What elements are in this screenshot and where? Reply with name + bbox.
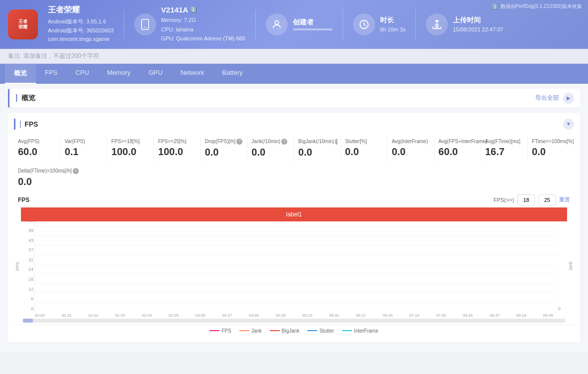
fps-y-axis-label: FPS <box>15 262 20 271</box>
app-info: 王者荣耀 Android版本号: 3.65.1.6 Android版本号: 36… <box>48 5 114 44</box>
jank-help-icon[interactable]: ? <box>281 139 287 145</box>
chart-body: FPS label1 61 55 49 43 <box>14 207 574 325</box>
chart-red-bar: label1 <box>21 207 567 221</box>
fps-y-axis-container: FPS <box>14 207 21 325</box>
delta-value: 0.0 <box>18 176 570 187</box>
duration-icon <box>353 13 375 35</box>
svg-point-4 <box>435 24 438 27</box>
legend-interframe: InterFrame <box>342 328 379 334</box>
stat-stutter: Stutter[%] 0.0 <box>341 136 388 161</box>
export-button[interactable]: 导出全部 <box>535 94 559 102</box>
stat-var-fps: Var(FPS) 0.1 <box>61 136 108 161</box>
creator-content: 创建者 <box>293 18 333 30</box>
stat-avg-ftime: Avg(FTime)[ms] 16.7 <box>481 136 528 161</box>
creator-bar <box>293 28 333 30</box>
creator-label: 创建者 <box>293 18 333 27</box>
legend-fps-line <box>209 330 219 331</box>
perfdog-version-notice: 数据由PerfDog(5.1.210300)版本收集 <box>501 3 582 10</box>
legend-bigjank-line <box>270 330 280 331</box>
stat-avg-fps: Avg(FPS) 60.0 <box>14 136 61 161</box>
tab-fps[interactable]: FPS <box>36 64 66 84</box>
stat-jank: Jank(/10min) ? 0.0 <box>247 136 294 161</box>
bigjank-help-icon[interactable]: ? <box>335 139 337 145</box>
tab-gpu[interactable]: GPU <box>140 64 172 84</box>
duration-stat: 时长 0h 10m 3s <box>353 13 405 35</box>
divider3 <box>343 9 343 39</box>
chart-controls: FPS(>=) 重置 <box>493 194 570 205</box>
collapse-overview-button[interactable]: ▶ <box>563 93 574 104</box>
legend-stutter: Stutter <box>307 328 334 334</box>
upload-icon <box>426 13 448 35</box>
svg-point-2 <box>275 21 278 24</box>
upload-content: 上传时间 15/08/2021 22:47:07 <box>453 16 503 32</box>
chart-main: label1 61 55 49 43 37 31 24 <box>21 207 567 325</box>
overview-title: | 概览 <box>15 93 35 103</box>
chart-scrollbar[interactable] <box>23 319 565 323</box>
fps-threshold-18-input[interactable] <box>517 194 535 205</box>
chart-container: FPS FPS(>=) 重置 FPS label1 <box>14 192 574 337</box>
duration-label: 时长 <box>380 16 405 25</box>
legend-stutter-line <box>307 330 317 331</box>
info-icon: ℹ️ <box>492 3 499 10</box>
header: ℹ️ 数据由PerfDog(5.1.210300)版本收集 王者荣耀 王者荣耀 … <box>0 0 588 49</box>
chart-scroll-thumb[interactable] <box>23 319 33 323</box>
creator-stat: 创建者 <box>266 13 333 35</box>
chart-legend: FPS Jank BigJank Stutter InterFrame <box>14 325 574 337</box>
legend-interframe-line <box>342 330 352 331</box>
collapse-fps-button[interactable]: ▼ <box>563 119 574 130</box>
drop-fps-help-icon[interactable]: ? <box>236 139 242 145</box>
upload-label: 上传时间 <box>453 16 503 25</box>
creator-icon <box>266 13 288 35</box>
app-logo: 王者荣耀 <box>8 9 38 39</box>
annotation-placeholder: 备注: 添加备注，不超过200个字符 <box>8 52 99 59</box>
tab-overview[interactable]: 概览 <box>5 64 36 84</box>
main-content: | 概览 导出全部 ▶ | FPS ▼ Avg(FPS) 60.0 Var(FP… <box>0 84 588 353</box>
stat-avg-interframe: Avg(InterFrame) 0.0 <box>388 136 434 161</box>
divider4 <box>415 9 416 39</box>
y-axis-labels: 61 55 49 43 37 31 24 18 12 6 0 <box>21 207 35 312</box>
tab-memory[interactable]: Memory <box>98 64 140 84</box>
stat-ftime-100: FTime>=100ms[%] 0.0 <box>528 136 574 161</box>
fps-threshold-25-input[interactable] <box>538 194 556 205</box>
legend-jank: Jank <box>239 328 262 334</box>
delta-help-icon[interactable]: ? <box>73 168 79 174</box>
chart-header: FPS FPS(>=) 重置 <box>14 192 574 207</box>
chart-fps-label: FPS <box>18 196 29 203</box>
app-version: Android版本号: 3.65.1.6 Android版本号: 3650106… <box>48 17 114 44</box>
device-section: V2141A ℹ️ Memory: 7.2G CPU: lahaina GPU:… <box>134 5 245 43</box>
jank-axis-labels: 1 0 <box>557 207 567 312</box>
delta-label: Delta(FTime)>100ms[/h] ? <box>18 168 570 174</box>
duration-value: 0h 10m 3s <box>380 26 405 32</box>
duration-content: 时长 0h 10m 3s <box>380 16 405 32</box>
tab-cpu[interactable]: CPU <box>66 64 98 84</box>
chart-svg-container <box>35 207 557 312</box>
divider2 <box>255 9 256 39</box>
stat-avg-fps-interframe: Avg(FPS+InterFrame) 60.0 <box>434 136 481 161</box>
nav-tabs: 概览 FPS CPU Memory GPU Network Battery <box>0 64 588 84</box>
stat-bigjank: BigJank(/10min) ? 0.0 <box>294 136 341 161</box>
fps-stats-grid: Avg(FPS) 60.0 Var(FPS) 0.1 FPS>=18[%] 10… <box>14 136 574 161</box>
app-name: 王者荣耀 <box>48 5 114 15</box>
device-info: V2141A ℹ️ Memory: 7.2G CPU: lahaina GPU:… <box>161 5 245 43</box>
upload-stat: 上传时间 15/08/2021 22:47:07 <box>426 13 503 35</box>
jank-side-label: Jank <box>568 261 573 271</box>
info-circle-icon: ℹ️ <box>190 6 197 13</box>
annotation-bar[interactable]: 备注: 添加备注，不超过200个字符 <box>0 49 588 64</box>
tab-network[interactable]: Network <box>172 64 213 84</box>
stat-drop-fps: Drop(FPS)[/h] ? 0.0 <box>201 136 248 161</box>
fps-section: | FPS ▼ Avg(FPS) 60.0 Var(FPS) 0.1 FPS>=… <box>8 113 580 343</box>
tab-battery[interactable]: Battery <box>213 64 252 84</box>
stat-fps-18: FPS>=18[%] 100.0 <box>107 136 154 161</box>
reset-chart-button[interactable]: 重置 <box>559 196 570 203</box>
device-icon <box>134 13 156 35</box>
fps-section-title: | FPS <box>19 120 38 129</box>
chart-with-axis: 61 55 49 43 37 31 24 18 12 6 0 <box>21 207 567 312</box>
fps-section-header: | FPS ▼ <box>14 119 574 130</box>
fps-threshold-label: FPS(>=) <box>493 197 514 203</box>
fps-chart-svg <box>35 207 557 312</box>
jank-label-container: Jank <box>567 207 574 325</box>
stat-fps-25: FPS>=25[%] 100.0 <box>154 136 201 161</box>
delta-section: Delta(FTime)>100ms[/h] ? 0.0 <box>14 166 574 192</box>
legend-jank-line <box>239 330 249 331</box>
legend-fps: FPS <box>209 328 231 334</box>
